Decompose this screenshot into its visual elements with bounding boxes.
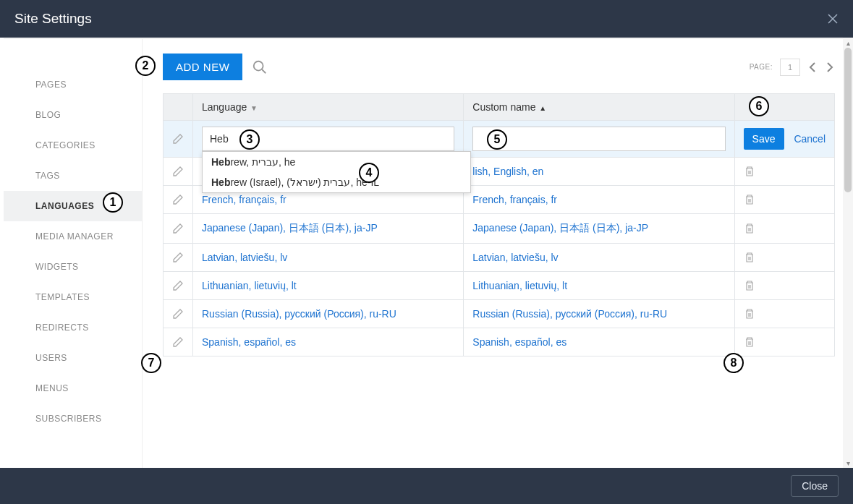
page-next-icon[interactable] [825, 60, 835, 74]
language-link[interactable]: Lithuanian, lietuvių, lt [202, 280, 297, 291]
custom-name-link[interactable]: Russian (Russia), русский (Россия), ru-R… [472, 308, 667, 320]
edit-icon[interactable] [172, 166, 184, 177]
delete-icon[interactable] [744, 166, 826, 177]
table-row: Japanese (Japan), 日本語 (日本), ja-JPJapanes… [164, 214, 835, 244]
delete-icon[interactable] [744, 252, 826, 263]
custom-name-input[interactable] [472, 127, 725, 151]
sidebar-item-blog[interactable]: BLOG [4, 100, 142, 130]
modal-header: Site Settings [0, 0, 853, 38]
language-link[interactable]: French, français, fr [202, 194, 287, 205]
custom-name-link[interactable]: Latvian, latviešu, lv [472, 252, 558, 263]
delete-icon[interactable] [744, 336, 826, 348]
save-button[interactable]: Save [744, 128, 784, 150]
scroll-up-icon[interactable]: ▴ [843, 38, 853, 48]
delete-icon[interactable] [744, 194, 826, 205]
sidebar-item-media-manager[interactable]: MEDIA MANAGER [4, 221, 142, 252]
sidebar-item-users[interactable]: USERS [4, 343, 142, 373]
sidebar-item-redirects[interactable]: REDIRECTS [4, 312, 142, 343]
scrollbar[interactable]: ▴ ▾ [843, 38, 853, 468]
col-actions-header [734, 94, 834, 121]
pager: PAGE: [750, 59, 835, 76]
toolbar: ADD NEW PAGE: [163, 54, 835, 80]
autocomplete-dropdown: Hebrew, עברית, heHebrew (Israel), עברית … [202, 151, 471, 193]
sort-icon: ▼ [248, 104, 258, 112]
sidebar-item-pages[interactable]: PAGES [4, 69, 142, 100]
language-input[interactable] [202, 127, 454, 151]
edit-icon[interactable] [172, 252, 184, 263]
delete-icon[interactable] [744, 223, 826, 234]
sidebar-item-templates[interactable]: TEMPLATES [4, 282, 142, 312]
custom-name-link[interactable]: Lithuanian, lietuvių, lt [472, 280, 567, 291]
cancel-button[interactable]: Cancel [794, 133, 826, 145]
edit-icon[interactable] [172, 133, 184, 145]
page-prev-icon[interactable] [807, 60, 818, 74]
edit-icon[interactable] [172, 194, 184, 205]
custom-name-link[interactable]: French, français, fr [472, 194, 557, 205]
language-link[interactable]: Japanese (Japan), 日本語 (日本), ja-JP [202, 222, 378, 234]
custom-name-link[interactable]: Japanese (Japan), 日本語 (日本), ja-JP [472, 222, 648, 234]
svg-point-0 [254, 61, 263, 70]
edit-icon[interactable] [172, 308, 184, 320]
col-edit-header [164, 94, 193, 121]
search-icon[interactable] [251, 59, 268, 76]
sidebar-item-languages[interactable]: LANGUAGES [4, 191, 142, 221]
edit-icon[interactable] [172, 336, 184, 348]
svg-line-1 [262, 69, 266, 73]
close-icon[interactable] [827, 13, 839, 25]
custom-name-link[interactable]: lish, English, en [472, 166, 543, 177]
sidebar-item-tags[interactable]: TAGS [4, 161, 142, 191]
edit-icon[interactable] [172, 280, 184, 291]
delete-icon[interactable] [744, 308, 826, 320]
sidebar-item-subscribers[interactable]: SUBSCRIBERS [4, 403, 142, 434]
custom-name-link[interactable]: Spanish, español, es [472, 336, 566, 348]
autocomplete-item[interactable]: Hebrew, עברית, he [203, 152, 470, 172]
close-button[interactable]: Close [791, 475, 839, 497]
sidebar: PAGESBLOGCATEGORIESTAGSLANGUAGESMEDIA MA… [4, 39, 143, 468]
language-link[interactable]: Spanish, español, es [202, 336, 296, 348]
sidebar-item-categories[interactable]: CATEGORIES [4, 130, 142, 161]
languages-table: Language ▼ Custom name ▲ [163, 93, 835, 356]
col-language-header[interactable]: Language ▼ [193, 94, 464, 121]
add-new-button[interactable]: ADD NEW [163, 54, 242, 80]
table-row: Spanish, español, esSpanish, español, es [164, 328, 835, 356]
sort-asc-icon: ▲ [537, 104, 546, 112]
page-title: Site Settings [14, 11, 92, 27]
language-link[interactable]: Latvian, latviešu, lv [202, 252, 287, 263]
content-area: ADD NEW PAGE: [143, 39, 849, 468]
scroll-down-icon[interactable]: ▾ [843, 458, 853, 468]
page-label: PAGE: [750, 63, 773, 71]
autocomplete-item[interactable]: Hebrew (Israel), עברית (ישראל), he-IL [203, 172, 470, 192]
table-row: Lithuanian, lietuvių, ltLithuanian, liet… [164, 272, 835, 300]
col-custom-name-header[interactable]: Custom name ▲ [464, 94, 734, 121]
delete-icon[interactable] [744, 280, 826, 291]
edit-icon[interactable] [172, 223, 184, 234]
scrollbar-thumb[interactable] [844, 48, 852, 192]
language-link[interactable]: Russian (Russia), русский (Россия), ru-R… [202, 308, 396, 320]
table-row: Russian (Russia), русский (Россия), ru-R… [164, 300, 835, 328]
sidebar-item-menus[interactable]: MENUS [4, 373, 142, 403]
sidebar-item-widgets[interactable]: WIDGETS [4, 252, 142, 282]
modal-footer: Close [0, 468, 853, 504]
table-row: Latvian, latviešu, lvLatvian, latviešu, … [164, 244, 835, 272]
page-input[interactable] [780, 59, 800, 76]
